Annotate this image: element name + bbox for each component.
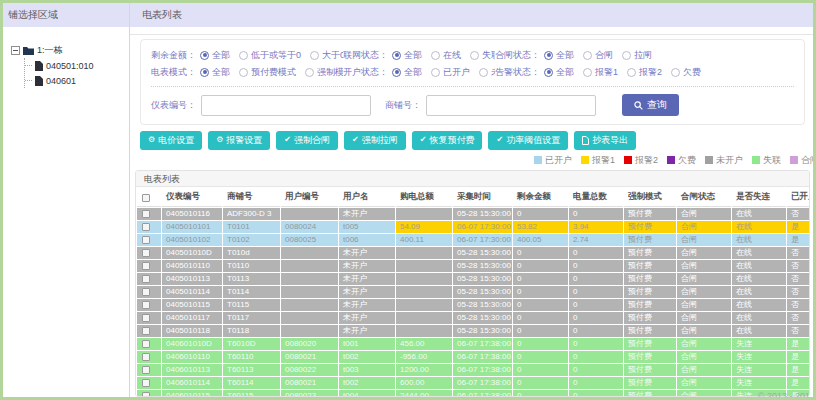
tree-item[interactable]: 040601: [25, 73, 125, 88]
radio-option[interactable]: 全部: [544, 66, 574, 79]
radio-option[interactable]: 预付费模式: [239, 66, 296, 79]
radio-icon[interactable]: [479, 68, 488, 77]
gear-icon: ⚙: [148, 136, 155, 144]
row-checkbox[interactable]: [142, 353, 150, 361]
table-cell: 在线: [732, 286, 786, 298]
radio-icon[interactable]: [431, 51, 440, 60]
filter-group: 合闸状态：全部合闸拉闸: [495, 49, 794, 62]
row-checkbox[interactable]: [142, 210, 150, 218]
radio-icon[interactable]: [583, 68, 592, 77]
toolbar-button[interactable]: ✔强制拉闸: [344, 131, 406, 150]
radio-icon[interactable]: [305, 68, 314, 77]
toolbar-button[interactable]: ⚙电价设置: [140, 131, 202, 150]
tree-root-item[interactable]: 1:一栋: [11, 43, 125, 58]
tree-root-label: 1:一栋: [37, 44, 63, 57]
radio-option[interactable]: 报警2: [627, 66, 662, 79]
radio-selected-icon[interactable]: [544, 68, 553, 77]
table-cell: 预付费: [624, 234, 676, 246]
radio-selected-icon[interactable]: [392, 68, 401, 77]
table-cell: 在线: [732, 299, 786, 311]
radio-option[interactable]: 合闸: [583, 49, 613, 62]
filter-group: 告警状态：全部报警1报警2欠费: [495, 66, 794, 79]
radio-option[interactable]: 全部: [200, 66, 230, 79]
radio-option[interactable]: 在线: [431, 49, 461, 62]
radio-option[interactable]: 已开户: [431, 66, 470, 79]
table-row: 0405010114T0114未开户05-28 15:30:0000预付费合闸在…: [137, 286, 810, 298]
radio-option[interactable]: 全部: [200, 49, 230, 62]
toolbar-button[interactable]: ✔功率阈值设置: [488, 131, 568, 150]
radio-option[interactable]: 欠费: [671, 66, 701, 79]
table-cell: 0080021: [281, 377, 338, 389]
table-cell: 是: [787, 234, 810, 246]
table-row: 0406010113T601130080022t0031200.0006-07 …: [137, 364, 810, 376]
row-checkbox[interactable]: [142, 340, 150, 348]
radio-icon[interactable]: [583, 51, 592, 60]
table-cell: 0405010116: [162, 208, 222, 220]
column-header: 电量总数: [569, 188, 623, 207]
radio-icon[interactable]: [627, 68, 636, 77]
radio-option-label: 失联: [482, 49, 495, 62]
radio-option[interactable]: 报警1: [583, 66, 618, 79]
radio-option[interactable]: 全部: [392, 49, 422, 62]
toolbar-button[interactable]: ✔强制合闸: [276, 131, 338, 150]
row-checkbox[interactable]: [142, 275, 150, 283]
radio-option[interactable]: 未开户: [479, 66, 495, 79]
radio-icon[interactable]: [671, 68, 680, 77]
radio-selected-icon[interactable]: [200, 51, 209, 60]
radio-option[interactable]: 大于0: [310, 49, 343, 62]
table-cell: 失连: [732, 377, 786, 389]
query-button[interactable]: 查询: [622, 94, 679, 116]
radio-option[interactable]: 强制模式: [305, 66, 343, 79]
table-cell: 预付费: [624, 351, 676, 363]
table-cell: T0102: [223, 234, 280, 246]
table-cell: 0406010114: [162, 377, 222, 389]
radio-icon[interactable]: [310, 51, 319, 60]
row-checkbox[interactable]: [142, 379, 150, 387]
table-row: 0405010101T01010080024t00554.0906-07 17:…: [137, 221, 810, 233]
radio-option[interactable]: 全部: [392, 66, 422, 79]
radio-icon[interactable]: [239, 68, 248, 77]
row-checkbox[interactable]: [142, 392, 150, 397]
meter-number-input[interactable]: [201, 95, 371, 116]
radio-option[interactable]: 失联: [470, 49, 495, 62]
row-checkbox-cell: [137, 247, 161, 259]
row-checkbox[interactable]: [142, 223, 150, 231]
row-checkbox[interactable]: [142, 236, 150, 244]
table-cell: t002: [339, 351, 395, 363]
toolbar-button[interactable]: ⚙报警设置: [208, 131, 270, 150]
radio-option[interactable]: 低于或等于0: [239, 49, 301, 62]
row-checkbox[interactable]: [142, 249, 150, 257]
legend-label: 未开户: [716, 154, 743, 167]
table-row: 0406010115T601150080023t0042444.0006-07 …: [137, 390, 810, 397]
legend-swatch: [752, 156, 760, 164]
toolbar-button[interactable]: ✔恢复预付费: [412, 131, 483, 150]
table-cell: 未开户: [339, 325, 395, 337]
row-checkbox[interactable]: [142, 262, 150, 270]
radio-option[interactable]: 拉闸: [622, 49, 652, 62]
radio-selected-icon[interactable]: [544, 51, 553, 60]
legend-swatch: [624, 156, 632, 164]
radio-selected-icon[interactable]: [200, 68, 209, 77]
collapse-icon[interactable]: [11, 46, 20, 55]
row-checkbox[interactable]: [142, 314, 150, 322]
toolbar-button[interactable]: 抄表导出: [574, 131, 636, 150]
radio-option[interactable]: 全部: [544, 49, 574, 62]
row-checkbox[interactable]: [142, 288, 150, 296]
tree-item-label: 040601: [46, 76, 76, 86]
radio-icon[interactable]: [431, 68, 440, 77]
select-all-checkbox[interactable]: [142, 194, 150, 202]
column-header: 用户名: [339, 188, 395, 207]
table-cell: 否: [787, 325, 810, 337]
radio-selected-icon[interactable]: [392, 51, 401, 60]
table-cell: T60113: [223, 364, 280, 376]
radio-icon[interactable]: [239, 51, 248, 60]
table-cell: T010d: [223, 247, 280, 259]
row-checkbox[interactable]: [142, 327, 150, 335]
row-checkbox[interactable]: [142, 366, 150, 374]
tree-item[interactable]: 040501:010: [25, 58, 125, 73]
shop-number-input[interactable]: [426, 95, 596, 116]
radio-icon[interactable]: [622, 51, 631, 60]
table-cell: 合闸: [677, 299, 731, 311]
row-checkbox[interactable]: [142, 301, 150, 309]
radio-icon[interactable]: [470, 51, 479, 60]
